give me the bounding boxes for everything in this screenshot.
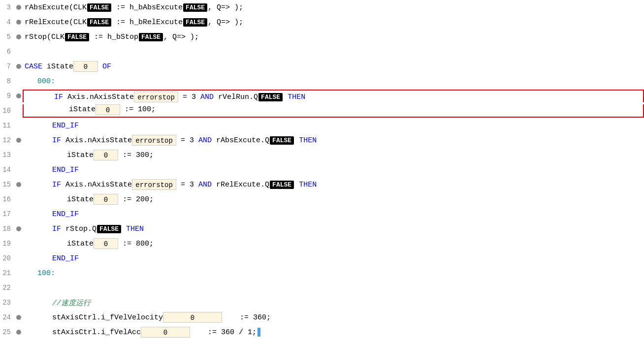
line-7: 7 CASE iState 0 OF bbox=[0, 59, 644, 74]
vel-acc-value[interactable]: 0 bbox=[141, 327, 190, 338]
line-num-15: 15 bbox=[0, 181, 15, 188]
gutter-3 bbox=[15, 5, 23, 10]
line-num-18: 18 bbox=[0, 225, 15, 233]
line-21: 21 100: bbox=[0, 266, 644, 281]
line-num-14: 14 bbox=[0, 166, 15, 174]
line-num-13: 13 bbox=[0, 151, 15, 159]
istate-value[interactable]: 0 bbox=[73, 61, 98, 72]
line-num-9: 9 bbox=[0, 92, 15, 100]
gutter-12 bbox=[15, 138, 23, 143]
gutter-18 bbox=[15, 226, 23, 231]
line-25: 25 stAxisCtrl.i_fVelAcc 0 := 360 / 1; bbox=[0, 325, 644, 340]
line-num-25: 25 bbox=[0, 328, 15, 336]
code-line-15: IF Axis.nAxisState errorstop = 3 AND rRe… bbox=[23, 179, 644, 190]
code-token: rAbsExcute.Q bbox=[212, 136, 269, 145]
code-token: iState bbox=[67, 195, 94, 204]
false-badge-absexcute: FALSE bbox=[270, 136, 294, 145]
line-24: 24 stAxisCtrl.i_fVelVelocity 0 := 360; bbox=[0, 310, 644, 325]
istate-value-13[interactable]: 0 bbox=[94, 150, 118, 160]
gutter-24 bbox=[15, 315, 23, 320]
gutter-4 bbox=[15, 20, 23, 25]
keyword-if: IF bbox=[54, 93, 63, 101]
code-line-23: //速度运行 bbox=[23, 298, 644, 308]
code-token: := 300; bbox=[118, 151, 154, 159]
line-num-22: 22 bbox=[0, 284, 15, 292]
axis-state-enum-9[interactable]: errorstop bbox=[134, 92, 178, 102]
code-token: , Q=> ); bbox=[163, 33, 199, 41]
code-token: = 3 bbox=[176, 181, 198, 189]
code-token: Axis.nAxisState bbox=[63, 93, 134, 101]
line-num-23: 23 bbox=[0, 299, 15, 307]
code-token: := h_bRelExcute bbox=[112, 18, 183, 27]
line-14: 14 END_IF bbox=[0, 162, 644, 177]
line-6: 6 bbox=[0, 44, 644, 59]
code-token bbox=[122, 225, 126, 233]
keyword-and: AND bbox=[200, 93, 214, 101]
line-12: 12 IF Axis.nAxisState errorstop = 3 AND … bbox=[0, 133, 644, 148]
code-line-12: IF Axis.nAxisState errorstop = 3 AND rAb… bbox=[23, 135, 644, 146]
false-badge-stop: FALSE bbox=[97, 225, 121, 233]
axis-state-enum-15[interactable]: errorstop bbox=[132, 179, 176, 190]
case-label-100: 100: bbox=[37, 269, 55, 278]
line-19: 19 iState 0 := 800; bbox=[0, 236, 644, 251]
gutter-25 bbox=[15, 330, 23, 335]
code-line-3: rAbsExcute(CLK FALSE := h_bAbsExcute FAL… bbox=[23, 3, 644, 12]
keyword-then-18: THEN bbox=[126, 225, 144, 233]
code-token: = 3 bbox=[178, 93, 200, 101]
line-4: 4 rRelExcute(CLK FALSE := h_bRelExcute F… bbox=[0, 15, 644, 30]
false-badge-relexcute: FALSE bbox=[270, 181, 294, 189]
line-num-11: 11 bbox=[0, 122, 15, 129]
line-5: 5 rStop(CLK FALSE := h_bStop FALSE , Q=>… bbox=[0, 30, 644, 44]
code-line-18: IF rStop.Q FALSE THEN bbox=[23, 225, 644, 233]
line-15: 15 IF Axis.nAxisState errorstop = 3 AND … bbox=[0, 177, 644, 192]
keyword-of: OF bbox=[102, 63, 111, 71]
code-token: := h_bAbsExcute bbox=[112, 3, 183, 12]
code-token: Axis.nAxisState bbox=[61, 136, 132, 145]
highlight-region: 9 IF Axis.nAxisState errorstop = 3 AND r… bbox=[0, 89, 644, 118]
code-token: rAbsExcute(CLK bbox=[25, 3, 87, 12]
code-line-8: 000: bbox=[23, 77, 644, 86]
code-line-6 bbox=[23, 48, 644, 56]
istate-value-19[interactable]: 0 bbox=[94, 238, 118, 249]
line-num-17: 17 bbox=[0, 210, 15, 218]
vel-velocity-value[interactable]: 0 bbox=[163, 312, 222, 323]
code-token: rStop(CLK bbox=[25, 33, 64, 41]
cursor bbox=[258, 328, 260, 337]
code-editor: 3 rAbsExcute(CLK FALSE := h_bAbsExcute F… bbox=[0, 0, 644, 344]
line-10: 10 iState 0 := 100; bbox=[0, 103, 644, 118]
keyword-and-15: AND bbox=[198, 181, 212, 189]
line-num-16: 16 bbox=[0, 195, 15, 203]
code-line-20: END_IF bbox=[23, 254, 644, 263]
line-18: 18 IF rStop.Q FALSE THEN bbox=[0, 221, 644, 236]
code-line-5: rStop(CLK FALSE := h_bStop FALSE , Q=> )… bbox=[23, 33, 644, 41]
gutter-15 bbox=[15, 182, 23, 187]
line-9: 9 IF Axis.nAxisState errorstop = 3 AND r… bbox=[0, 89, 644, 103]
line-20: 20 END_IF bbox=[0, 251, 644, 266]
code-token bbox=[98, 63, 102, 71]
code-line-19: iState 0 := 800; bbox=[23, 238, 644, 249]
istate-value-10[interactable]: 0 bbox=[96, 104, 120, 115]
line-23: 23 //速度运行 bbox=[0, 295, 644, 310]
code-line-14: END_IF bbox=[23, 166, 644, 174]
code-token: stAxisCtrl.i_fVelAcc bbox=[52, 328, 141, 337]
code-line-11: END_IF bbox=[23, 122, 644, 130]
code-token: stAxisCtrl.i_fVelVelocity bbox=[52, 313, 163, 322]
axis-state-enum-12[interactable]: errorstop bbox=[132, 135, 176, 146]
false-badge-velrun: FALSE bbox=[258, 93, 283, 101]
code-line-21: 100: bbox=[23, 269, 644, 278]
code-token: := h_bStop bbox=[90, 33, 138, 41]
istate-value-16[interactable]: 0 bbox=[94, 194, 118, 205]
code-token: := 800; bbox=[118, 240, 154, 248]
code-token bbox=[294, 181, 299, 189]
false-badge: FALSE bbox=[183, 3, 207, 12]
line-num-10: 10 bbox=[0, 107, 15, 115]
line-num-12: 12 bbox=[0, 136, 15, 144]
code-line-4: rRelExcute(CLK FALSE := h_bRelExcute FAL… bbox=[23, 18, 644, 27]
code-line-10: iState 0 := 100; bbox=[23, 104, 644, 118]
code-token: iState bbox=[42, 63, 73, 71]
code-token: := 200; bbox=[118, 195, 154, 204]
code-line-16: iState 0 := 200; bbox=[23, 194, 644, 205]
line-num-4: 4 bbox=[0, 18, 15, 26]
keyword-case: CASE bbox=[25, 63, 42, 71]
case-label-000: 000: bbox=[37, 77, 55, 86]
